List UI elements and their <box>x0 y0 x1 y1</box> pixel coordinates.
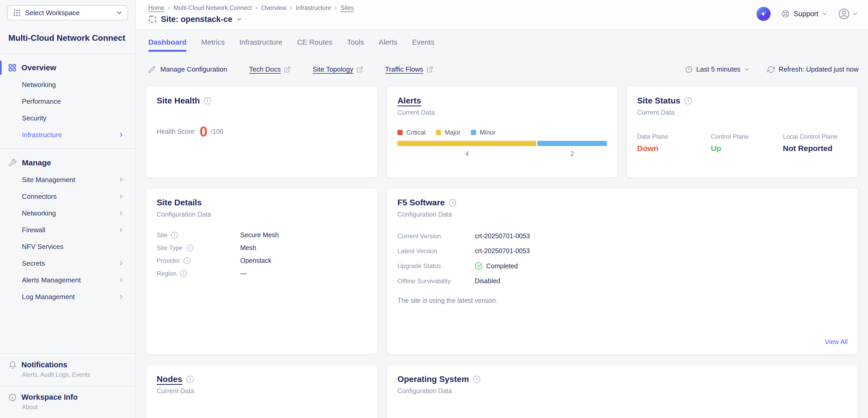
sidebar-workspace-info[interactable]: Workspace Info About <box>0 386 135 418</box>
breadcrumb-separator: › <box>290 4 292 11</box>
tab-tools[interactable]: Tools <box>347 38 364 52</box>
tab-dashboard[interactable]: Dashboard <box>148 38 186 52</box>
nav-item-label: Site Management <box>22 175 75 184</box>
sidebar-item-connectors[interactable]: Connectors <box>0 188 135 205</box>
sidebar-section-manage[interactable]: Manage <box>0 154 135 171</box>
info-icon[interactable]: i <box>186 376 194 383</box>
chevron-right-icon <box>119 132 124 138</box>
tech-docs-link[interactable]: Tech Docs <box>249 65 291 73</box>
detail-value: — <box>240 270 367 277</box>
info-icon[interactable]: i <box>184 257 190 264</box>
grid-dots-icon <box>13 9 21 17</box>
tab-alerts[interactable]: Alerts <box>379 38 398 52</box>
traffic-flows-label: Traffic Flows <box>385 65 423 73</box>
sidebar-item-infrastructure[interactable]: Infrastructure <box>0 126 135 143</box>
manage-configuration-button[interactable]: Manage Configuration <box>148 65 227 73</box>
info-icon[interactable]: i <box>180 270 187 277</box>
site-topology-link[interactable]: Site Topology <box>313 65 363 73</box>
tab-ce-routes[interactable]: CE Routes <box>297 38 332 52</box>
alerts-title-link[interactable]: Alerts <box>398 96 421 106</box>
site-health-title: Site Health <box>157 96 200 106</box>
traffic-flows-link[interactable]: Traffic Flows <box>385 65 433 73</box>
legend-minor-swatch <box>471 130 476 135</box>
detail-value: Secure Mesh <box>240 231 367 239</box>
breadcrumb-home[interactable]: Home <box>148 4 164 11</box>
sidebar-item-log-management[interactable]: Log Management <box>0 289 135 305</box>
sidebar-item-site-management[interactable]: Site Management <box>0 171 135 188</box>
time-range-selector[interactable]: Last 5 minutes <box>685 65 749 73</box>
tab-events[interactable]: Events <box>412 38 435 52</box>
software-row-offline-survivability: Offline Survivability Disabled <box>398 273 848 289</box>
sidebar-item-nfv-services[interactable]: NFV Services <box>0 238 135 255</box>
chevron-down-icon <box>852 11 858 17</box>
info-circle-icon <box>8 393 17 401</box>
info-icon[interactable]: i <box>449 199 456 206</box>
detail-row-provider: Provideri Openstack <box>157 254 367 267</box>
sidebar-item-networking[interactable]: Networking <box>0 76 135 93</box>
info-icon[interactable]: i <box>171 232 178 239</box>
status-label: Local Control Plane <box>783 133 848 140</box>
sidebar-item-security[interactable]: Security <box>0 110 135 126</box>
nav-item-label: Networking <box>22 80 56 89</box>
site-details-rows: Sitei Secure Mesh Site Typei Mesh Provid… <box>157 229 367 280</box>
ai-assistant-button[interactable] <box>756 7 771 21</box>
sidebar-item-firewall[interactable]: Firewall <box>0 221 135 238</box>
breadcrumb-item[interactable]: Infrastructure <box>296 4 331 11</box>
software-row-upgrade-status: Upgrade Status Completed <box>398 258 848 273</box>
nav-item-label: Log Management <box>22 292 75 301</box>
sidebar-item-performance[interactable]: Performance <box>0 93 135 110</box>
sidebar-item-secrets[interactable]: Secrets <box>0 255 135 272</box>
page-title: Site: openstack-ce <box>161 14 232 24</box>
operating-system-title: Operating System <box>398 375 469 384</box>
sidebar-notifications[interactable]: Notifications Alerts, Audit Logs, Events <box>0 354 135 386</box>
chevron-right-icon <box>119 227 124 233</box>
detail-row-site: Sitei Secure Mesh <box>157 229 367 241</box>
refresh-button[interactable]: Refresh: Updated just now <box>767 65 859 73</box>
info-icon[interactable]: i <box>684 97 692 104</box>
nav-item-label: Connectors <box>22 192 57 201</box>
info-icon[interactable]: i <box>204 97 211 104</box>
tab-metrics[interactable]: Metrics <box>201 38 224 52</box>
info-icon[interactable]: i <box>186 244 193 251</box>
bar-segment-minor[interactable] <box>537 141 607 146</box>
software-label: Upgrade Status <box>398 262 441 270</box>
chevron-right-icon <box>119 194 124 199</box>
bar-segment-major[interactable] <box>398 141 536 146</box>
alerts-stacked-bar[interactable] <box>398 141 607 146</box>
breadcrumb-sites[interactable]: Sites <box>341 4 354 11</box>
nav-item-label: Secrets <box>22 259 45 268</box>
sidebar-section-overview[interactable]: Overview <box>0 59 135 76</box>
active-section-indicator <box>0 61 2 75</box>
breadcrumb-item[interactable]: Overview <box>261 4 286 11</box>
nodes-subtitle: Current Data <box>157 387 367 395</box>
legend-major-swatch <box>436 130 441 135</box>
sidebar-item-alerts-management[interactable]: Alerts Management <box>0 272 135 289</box>
notifications-sublabel: Alerts, Audit Logs, Events <box>22 371 127 378</box>
chevron-down-icon <box>117 10 122 16</box>
view-all-link[interactable]: View All <box>825 338 848 346</box>
breadcrumb-item[interactable]: Multi-Cloud Network Connect <box>174 4 252 11</box>
main-content: Home › Multi-Cloud Network Connect › Ove… <box>136 0 868 418</box>
software-label: Latest Version <box>398 247 437 255</box>
overview-grid-icon <box>8 64 16 71</box>
legend-critical-label: Critical <box>406 129 425 136</box>
tab-infrastructure[interactable]: Infrastructure <box>239 38 282 52</box>
operating-system-card: Operating System i Configuration Data <box>386 364 859 418</box>
nav-item-label: NFV Services <box>22 242 63 251</box>
nodes-title-link[interactable]: Nodes <box>157 375 182 384</box>
support-menu[interactable]: Support <box>781 9 827 18</box>
chevron-down-icon[interactable] <box>237 17 242 22</box>
status-control-plane: Control Plane Up <box>711 133 783 153</box>
site-health-card: Site Health i Health Score 0 /100 <box>146 86 378 178</box>
software-value: Disabled <box>475 277 848 285</box>
status-value: Up <box>711 144 783 153</box>
external-link-icon <box>427 66 433 73</box>
info-icon[interactable]: i <box>473 376 480 383</box>
sidebar-item-networking-manage[interactable]: Networking <box>0 205 135 221</box>
site-details-title: Site Details <box>157 198 202 207</box>
nav-item-label: Performance <box>22 97 61 106</box>
workspace-selector[interactable]: Select Workspace <box>7 5 128 20</box>
refresh-icon <box>767 66 775 73</box>
account-menu[interactable] <box>838 7 858 20</box>
breadcrumb-separator: › <box>335 4 337 11</box>
